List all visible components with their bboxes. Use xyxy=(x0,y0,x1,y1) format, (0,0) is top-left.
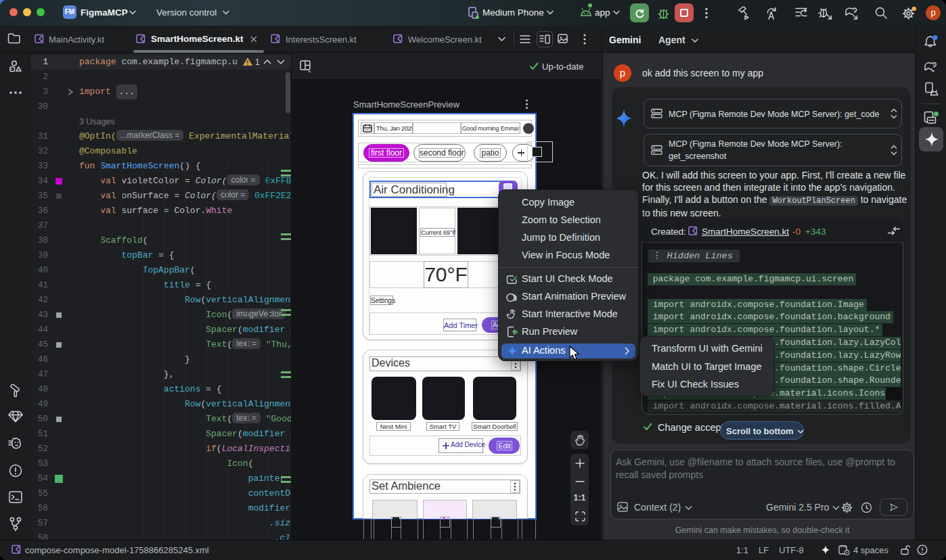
svg-text:1: 1 xyxy=(255,57,260,67)
